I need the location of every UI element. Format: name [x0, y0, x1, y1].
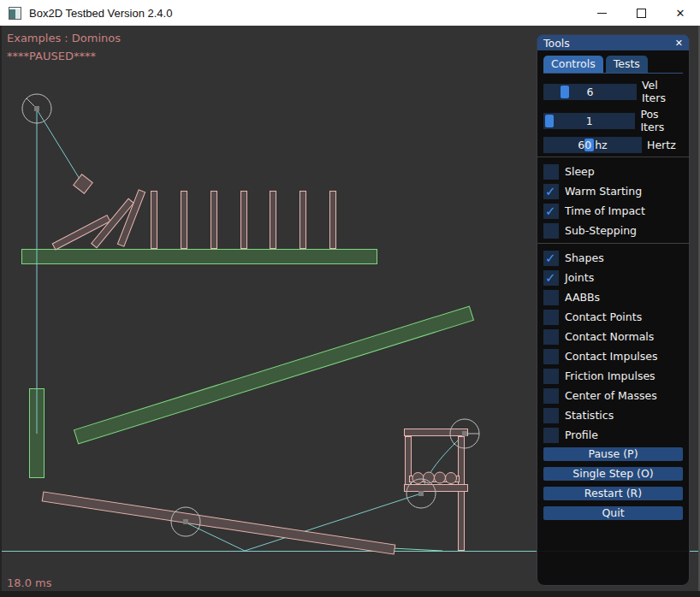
slider-label: Vel Iters	[642, 79, 683, 104]
checkbox-box: ✓	[543, 223, 559, 239]
panel-close-icon[interactable]: ✕	[675, 38, 683, 49]
quit-button[interactable]: Quit	[543, 506, 683, 520]
checkbox-center-of-masses[interactable]: ✓ Center of Masses	[543, 388, 683, 404]
checkbox-aabbs[interactable]: ✓ AABBs	[543, 290, 683, 305]
window-title: Box2D Testbed Version 2.4.0	[29, 7, 172, 20]
checkbox-label: Friction Impulses	[565, 369, 656, 384]
checkbox-profile[interactable]: ✓ Profile	[543, 428, 683, 443]
checkbox-label: Time of Impact	[565, 204, 645, 219]
slider-vel-iters: 6 Vel Iters	[543, 79, 683, 104]
minimize-icon	[597, 13, 607, 14]
checkbox-box: ✓	[543, 290, 559, 305]
checkbox-contact-points[interactable]: ✓ Contact Points	[543, 310, 683, 325]
checkbox-label: Sub-Stepping	[565, 223, 637, 239]
maximize-icon	[637, 9, 646, 18]
checkmark-icon: ✓	[545, 251, 556, 266]
paused-label: ****PAUSED****	[7, 50, 96, 62]
checkbox-label: Warm Starting	[565, 184, 642, 199]
checkbox-box: ✓	[543, 270, 559, 286]
checkmark-icon: ✓	[545, 270, 556, 286]
checkbox-box: ✓	[543, 349, 559, 364]
checkmark-icon: ✓	[545, 204, 556, 219]
maximize-button[interactable]	[621, 0, 661, 26]
checkbox-box: ✓	[543, 329, 559, 345]
checkbox-shapes[interactable]: ✓ Shapes	[543, 251, 683, 266]
tab-controls[interactable]: Controls	[543, 56, 603, 73]
checkbox-sub-stepping[interactable]: ✓ Sub-Stepping	[543, 223, 683, 239]
checkmark-icon: ✓	[545, 184, 556, 199]
slider-value: 6	[543, 84, 637, 100]
slider-label: Pos Iters	[640, 108, 683, 133]
window-border-left	[0, 26, 2, 597]
single-step-button[interactable]: Single Step (O)	[543, 467, 683, 481]
checkbox-label: AABBs	[565, 290, 600, 305]
domino-platform	[22, 250, 377, 264]
tools-panel-titlebar[interactable]: Tools ✕	[537, 35, 689, 50]
hertz-slider[interactable]: 60 hz	[543, 137, 642, 153]
fallen-dominoes[interactable]	[52, 190, 145, 250]
restart-button[interactable]: Restart (R)	[543, 487, 683, 500]
checkbox-box: ✓	[543, 408, 559, 423]
pendulum-box[interactable]	[74, 174, 92, 193]
standing-dominoes[interactable]	[151, 192, 336, 249]
checkbox-label: Sleep	[565, 164, 595, 180]
checkbox-time-of-impact[interactable]: ✓ Time of Impact	[543, 204, 683, 219]
slider-pos-iters: 1 Pos Iters	[543, 108, 683, 133]
vel-iters-slider[interactable]: 6	[543, 84, 637, 100]
close-button[interactable]: ✕	[661, 0, 700, 26]
separator	[537, 243, 689, 244]
checkbox-contact-impulses[interactable]: ✓ Contact Impulses	[543, 349, 683, 364]
caption-buttons: ✕	[582, 0, 700, 26]
checkbox-sleep[interactable]: ✓ Sleep	[543, 164, 683, 180]
checkbox-label: Contact Points	[565, 310, 642, 325]
app-icon	[9, 7, 21, 20]
checkbox-box: ✓	[543, 388, 559, 404]
green-ramp	[74, 306, 474, 444]
checkbox-label: Joints	[565, 270, 594, 286]
checkbox-label: Statistics	[565, 408, 614, 423]
slider-hertz: 60 hz Hertz	[543, 137, 683, 153]
checkbox-box: ✓	[543, 428, 559, 443]
tools-panel: Tools ✕ Controls Tests 6 Vel Iters 1 P	[537, 34, 690, 586]
app-window: Examples : Dominos ****PAUSED**** 18.0 m…	[0, 0, 700, 597]
checkbox-warm-starting[interactable]: ✓ Warm Starting	[543, 184, 683, 199]
frame-time-label: 18.0 ms	[7, 576, 52, 589]
checkbox-box: ✓	[543, 369, 559, 384]
pause-button[interactable]: Pause (P)	[543, 447, 683, 461]
checkbox-joints[interactable]: ✓ Joints	[543, 270, 683, 286]
slider-value: 60 hz	[543, 137, 642, 153]
checkbox-label: Profile	[565, 428, 598, 443]
checkbox-contact-normals[interactable]: ✓ Contact Normals	[543, 329, 683, 345]
seesaw-plank[interactable]	[42, 492, 395, 554]
window-titlebar[interactable]: Box2D Testbed Version 2.4.0 ✕	[0, 0, 700, 26]
close-icon: ✕	[676, 8, 685, 19]
window-border-bottom	[0, 591, 700, 597]
tab-tests[interactable]: Tests	[606, 56, 648, 73]
tab-bar: Controls Tests	[543, 56, 683, 74]
checkbox-box: ✓	[543, 164, 559, 180]
checkbox-label: Shapes	[565, 251, 604, 266]
checkbox-label: Contact Normals	[565, 329, 654, 345]
tools-panel-title: Tools	[543, 37, 570, 50]
checkbox-box: ✓	[543, 184, 559, 199]
checkbox-box: ✓	[543, 251, 559, 266]
checkbox-box: ✓	[543, 204, 559, 219]
slider-value: 1	[543, 113, 635, 129]
minimize-button[interactable]	[582, 0, 621, 26]
slider-label: Hertz	[647, 139, 676, 151]
checkbox-friction-impulses[interactable]: ✓ Friction Impulses	[543, 369, 683, 384]
checkbox-box: ✓	[543, 310, 559, 325]
checkbox-statistics[interactable]: ✓ Statistics	[543, 408, 683, 423]
pos-iters-slider[interactable]: 1	[543, 113, 635, 129]
example-label: Examples : Dominos	[7, 32, 121, 44]
checkbox-label: Center of Masses	[565, 388, 657, 404]
checkbox-label: Contact Impulses	[565, 349, 658, 364]
stand-frame[interactable]	[405, 429, 468, 551]
separator	[537, 157, 689, 157]
